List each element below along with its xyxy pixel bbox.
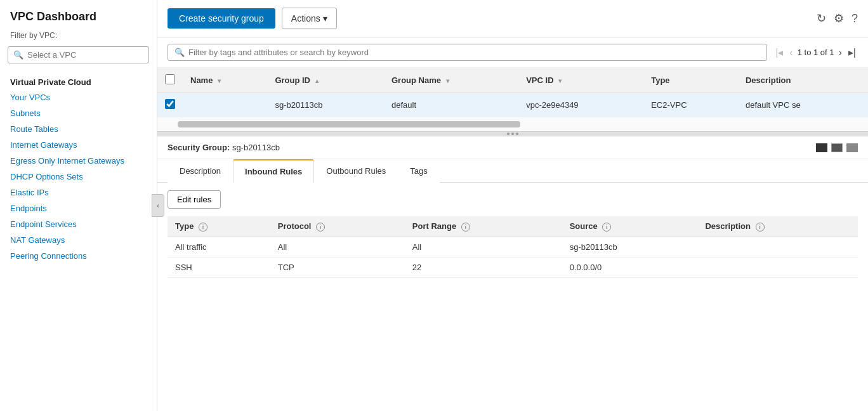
create-security-group-button[interactable]: Create security group xyxy=(168,8,275,29)
rules-desc-info-icon[interactable]: i xyxy=(756,223,765,232)
select-all-checkbox[interactable] xyxy=(165,74,175,84)
sidebar-item-your-vpcs[interactable]: Your VPCs xyxy=(0,89,157,105)
security-groups-table: Name ▾ Group ID ▴ Group Name ▾ VPC ID ▾ xyxy=(157,68,868,117)
tab-outbound-rules[interactable]: Outbound Rules xyxy=(314,159,398,183)
rule-row-2[interactable]: SSH TCP 22 0.0.0.0/0 xyxy=(168,257,858,277)
rules-col-source-label: Source xyxy=(570,221,598,231)
sidebar-item-route-tables[interactable]: Route Tables xyxy=(0,121,157,137)
col-description-label: Description xyxy=(746,75,791,85)
resize-dot-1 xyxy=(507,133,510,135)
sidebar-item-internet-gateways[interactable]: Internet Gateways xyxy=(0,137,157,153)
sidebar-section-title: Virtual Private Cloud xyxy=(0,72,157,89)
pagination-text: 1 to 1 of 1 xyxy=(798,48,834,57)
rules-col-type: Type i xyxy=(168,216,270,237)
sidebar-item-subnets[interactable]: Subnets xyxy=(0,105,157,121)
row-checkbox[interactable] xyxy=(165,99,175,109)
sidebar-item-endpoint-services[interactable]: Endpoint Services xyxy=(0,216,157,232)
rule-1-source: sg-b20113cb xyxy=(562,237,698,257)
col-name[interactable]: Name ▾ xyxy=(183,68,267,93)
tab-description[interactable]: Description xyxy=(168,159,233,183)
tab-tags[interactable]: Tags xyxy=(398,159,439,183)
rule-row-1[interactable]: All traffic All All sg-b20113cb xyxy=(168,237,858,257)
page-last-button[interactable]: ▸| xyxy=(846,46,858,58)
tab-inbound-rules[interactable]: Inbound Rules xyxy=(233,159,314,183)
page-next-button[interactable]: › xyxy=(837,47,844,58)
search-input[interactable] xyxy=(188,48,760,57)
rule-2-source: 0.0.0.0/0 xyxy=(562,257,698,277)
view-icon-split[interactable] xyxy=(831,143,843,152)
rule-2-type: SSH xyxy=(168,257,270,277)
horizontal-scroll-area xyxy=(157,117,868,131)
rules-col-port-label: Port Range xyxy=(412,221,456,231)
rules-col-description: Description i xyxy=(697,216,858,237)
actions-label: Actions xyxy=(291,13,320,23)
col-group-name-sort-icon: ▾ xyxy=(446,77,449,84)
vpc-select[interactable]: 🔍 Select a VPC xyxy=(8,46,149,63)
search-input-wrap: 🔍 xyxy=(168,44,767,61)
sidebar-collapse-toggle[interactable]: ‹ xyxy=(152,194,164,217)
rules-section: Edit rules Type i Protocol i Port Ran xyxy=(157,183,868,411)
filter-label: Filter by VPC: xyxy=(0,29,157,42)
details-header: Security Group: sg-b20113cb xyxy=(157,136,868,159)
rule-1-type: All traffic xyxy=(168,237,270,257)
col-group-name[interactable]: Group Name ▾ xyxy=(384,68,518,93)
rules-protocol-info-icon[interactable]: i xyxy=(316,223,325,232)
pagination: |◂ ‹ 1 to 1 of 1 › ▸| xyxy=(773,46,858,58)
rule-1-description xyxy=(697,237,858,257)
rules-type-info-icon[interactable]: i xyxy=(199,223,207,232)
row-description: default VPC se xyxy=(738,93,868,117)
vpc-search-icon: 🔍 xyxy=(13,50,23,60)
toolbar: Create security group Actions ▾ ↻ ⚙ ? xyxy=(157,0,868,37)
rules-port-info-icon[interactable]: i xyxy=(461,223,470,232)
col-vpc-id-label: VPC ID xyxy=(526,75,553,85)
col-name-label: Name xyxy=(190,75,213,85)
col-group-id-label: Group ID xyxy=(275,75,310,85)
details-tabs: Description Inbound Rules Outbound Rules… xyxy=(157,159,868,183)
row-vpc-id: vpc-2e9e4349 xyxy=(518,93,643,117)
details-panel: Security Group: sg-b20113cb Description … xyxy=(157,136,868,411)
rules-col-protocol: Protocol i xyxy=(270,216,405,237)
sidebar-item-dhcp[interactable]: DHCP Options Sets xyxy=(0,169,157,185)
search-bar-row: 🔍 |◂ ‹ 1 to 1 of 1 › ▸| xyxy=(157,37,868,68)
table-wrap: Name ▾ Group ID ▴ Group Name ▾ VPC ID ▾ xyxy=(157,68,868,117)
resize-dots xyxy=(507,133,518,135)
security-group-id: sg-b20113cb xyxy=(232,143,280,152)
gear-icon[interactable]: ⚙ xyxy=(834,11,844,25)
col-name-sort-icon: ▾ xyxy=(218,77,221,84)
actions-button[interactable]: Actions ▾ xyxy=(282,8,337,29)
help-icon[interactable]: ? xyxy=(852,12,858,25)
sidebar: VPC Dashboard Filter by VPC: 🔍 Select a … xyxy=(0,0,157,411)
resize-dot-3 xyxy=(516,133,518,135)
sidebar-item-egress-gateways[interactable]: Egress Only Internet Gateways xyxy=(0,153,157,169)
actions-chevron-icon: ▾ xyxy=(323,13,327,23)
col-type[interactable]: Type xyxy=(643,68,738,93)
page-first-button[interactable]: |◂ xyxy=(773,46,785,58)
rules-col-desc-label: Description xyxy=(705,221,751,231)
sidebar-item-endpoints[interactable]: Endpoints xyxy=(0,200,157,216)
view-icon-full[interactable] xyxy=(816,143,827,152)
view-icons xyxy=(816,143,858,152)
edit-rules-button[interactable]: Edit rules xyxy=(168,190,221,209)
col-type-label: Type xyxy=(651,75,669,85)
horizontal-scrollbar[interactable] xyxy=(178,121,520,127)
resize-divider[interactable] xyxy=(157,131,868,136)
security-group-label: Security Group: xyxy=(168,143,230,152)
details-title: Security Group: sg-b20113cb xyxy=(168,143,280,152)
search-icon: 🔍 xyxy=(174,48,185,57)
col-description[interactable]: Description xyxy=(738,68,868,93)
row-name xyxy=(183,93,267,117)
sidebar-item-elastic-ips[interactable]: Elastic IPs xyxy=(0,185,157,200)
page-prev-button[interactable]: ‹ xyxy=(787,47,794,58)
sidebar-item-nat-gateways[interactable]: NAT Gateways xyxy=(0,232,157,248)
table-row[interactable]: sg-b20113cb default vpc-2e9e4349 EC2-VPC… xyxy=(157,93,868,117)
rules-col-port-range: Port Range i xyxy=(405,216,562,237)
sidebar-item-peering-connections[interactable]: Peering Connections xyxy=(0,248,157,264)
rules-source-info-icon[interactable]: i xyxy=(602,223,611,232)
refresh-icon[interactable]: ↻ xyxy=(817,11,826,25)
toolbar-icons: ↻ ⚙ ? xyxy=(817,11,858,25)
col-group-id[interactable]: Group ID ▴ xyxy=(267,68,384,93)
col-vpc-id[interactable]: VPC ID ▾ xyxy=(518,68,643,93)
view-icon-compact[interactable] xyxy=(846,143,858,152)
row-group-name: default xyxy=(384,93,518,117)
main-content: Create security group Actions ▾ ↻ ⚙ ? 🔍 … xyxy=(157,0,868,411)
